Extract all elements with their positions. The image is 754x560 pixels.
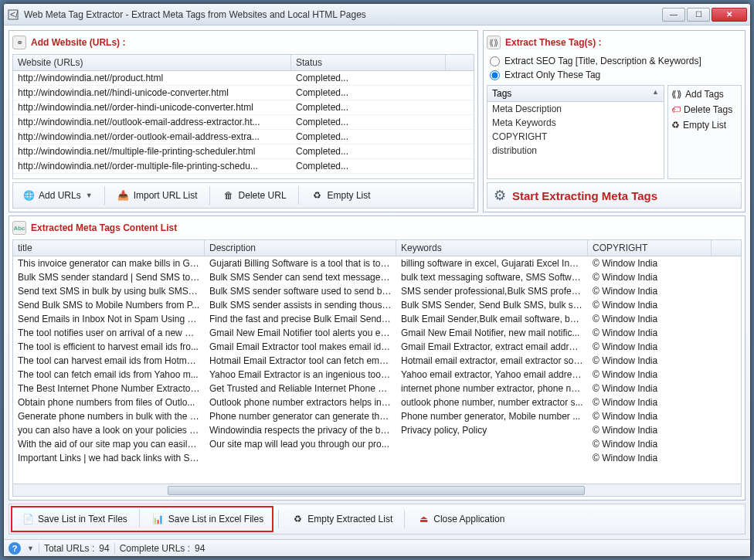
url-row[interactable]: http://windowindia.net//outlook-email-ad… [13, 115, 474, 130]
extract-tags-header: Extract These Tag(s) : [505, 37, 601, 48]
result-row[interactable]: Obtain phone numbers from files of Outlo… [13, 395, 741, 409]
url-row[interactable]: http://windowindia.net//product.htmlComp… [13, 71, 474, 86]
scrollbar-thumb[interactable] [168, 486, 585, 495]
chevron-down-icon: ▼ [86, 192, 93, 199]
result-row[interactable]: The Best Internet Phone Number Extractor… [13, 382, 741, 395]
col-url[interactable]: Website (URLs) [13, 55, 291, 70]
add-urls-header: Add Website (URLs) : [31, 37, 125, 48]
result-row[interactable]: Important Links | we had back links with… [13, 451, 741, 465]
add-urls-button[interactable]: 🌐Add URLs▼ [15, 185, 100, 205]
total-urls-label: Total URLs : [44, 543, 94, 554]
col-status[interactable]: Status [291, 55, 446, 70]
result-row[interactable]: With the aid of our site map you can eas… [13, 437, 741, 451]
chevron-up-icon[interactable]: ▲ [652, 88, 659, 99]
save-highlight-box: 📄Save List in Text Files 📊Save List in E… [11, 506, 273, 532]
help-icon[interactable]: ? [8, 542, 21, 555]
tag-item[interactable]: Meta Description [487, 102, 664, 116]
tags-list[interactable]: Tags▲ Meta DescriptionMeta KeywordsCOPYR… [487, 85, 664, 179]
status-bar: ? ▼ Total URLs : 94 Complete URLs : 94 [4, 539, 750, 556]
bottom-toolbar: 📄Save List in Text Files 📊Save List in E… [8, 504, 746, 535]
save-text-button[interactable]: 📄Save List in Text Files [14, 509, 134, 529]
col-description[interactable]: Description [205, 240, 396, 256]
app-window: </> Web Meta Tag Extractor - Extract Met… [3, 3, 751, 557]
tag-item[interactable]: Meta Keywords [487, 116, 664, 130]
import-url-list-button[interactable]: 📥Import URL List [110, 185, 205, 205]
chevron-down-icon[interactable]: ▼ [27, 545, 34, 552]
add-tag-icon: ⟪⟫ [671, 89, 682, 100]
url-row[interactable]: http://windowindia.net//order-outlook-em… [13, 130, 474, 144]
col-title[interactable]: title [13, 240, 205, 256]
add-tags-button[interactable]: ⟪⟫Add Tags [671, 89, 738, 100]
tag-item[interactable]: COPYRIGHT [487, 130, 664, 144]
svg-text:</>: </> [10, 9, 19, 20]
urls-toolbar: 🌐Add URLs▼ 📥Import URL List 🗑Delete URL … [12, 182, 474, 209]
link-icon: ⚭ [12, 36, 26, 49]
recycle-icon: ♻ [290, 512, 304, 526]
result-row[interactable]: you can also have a look on your policie… [13, 423, 741, 437]
result-row[interactable]: Send Emails in Inbox Not in Spam Using B… [13, 312, 741, 326]
globe-icon: 🌐 [22, 188, 36, 202]
delete-url-button[interactable]: 🗑Delete URL [215, 185, 294, 205]
results-grid[interactable]: title Description Keywords COPYRIGHT Thi… [12, 239, 742, 497]
col-copyright[interactable]: COPYRIGHT [588, 240, 712, 256]
import-icon: 📥 [117, 188, 131, 202]
url-row[interactable]: http://windowindia.net//order-hindi-unic… [13, 100, 474, 115]
start-extracting-button[interactable]: ⚙ Start Extracting Meta Tags [487, 182, 742, 209]
abc-icon: Abc [12, 221, 26, 235]
empty-list-button[interactable]: ♻Empty List [304, 185, 378, 205]
titlebar[interactable]: </> Web Meta Tag Extractor - Extract Met… [4, 4, 750, 25]
url-row[interactable]: http://windowindia.net//order-multiple-f… [13, 159, 474, 174]
app-icon: </> [7, 8, 19, 21]
empty-tags-button[interactable]: ♻Empty List [671, 120, 738, 131]
recycle-icon: ♻ [311, 188, 324, 202]
close-app-button[interactable]: ⏏Close Application [409, 509, 511, 529]
save-excel-icon: 📊 [151, 512, 165, 526]
urls-grid[interactable]: Website (URLs) Status http://windowindia… [12, 54, 474, 179]
close-button[interactable]: ✕ [712, 8, 747, 22]
result-row[interactable]: The tool is efficient to harvest email i… [13, 340, 741, 354]
delete-tags-button[interactable]: 🏷Delete Tags [671, 104, 738, 115]
horizontal-scrollbar[interactable] [13, 484, 741, 496]
result-row[interactable]: The tool can fetch email ids from Yahoo … [13, 368, 741, 382]
result-row[interactable]: Generate phone numbers in bulk with the … [13, 409, 741, 423]
maximize-button[interactable]: ☐ [687, 8, 710, 22]
results-header: Extracted Meta Tags Content List [31, 222, 177, 233]
window-title: Web Meta Tag Extractor - Extract Meta Ta… [24, 9, 662, 20]
complete-urls-label: Complete URLs : [120, 543, 190, 554]
url-row[interactable]: http://windowindia.net//hindi-unicode-co… [13, 86, 474, 100]
radio-seo-tags[interactable]: Extract SEO Tag [Title, Description & Ke… [487, 54, 742, 68]
complete-urls-value: 94 [195, 543, 205, 554]
add-urls-panel: ⚭ Add Website (URLs) : Website (URLs) St… [8, 30, 478, 212]
result-row[interactable]: This invoice generator can make bills in… [13, 256, 741, 270]
url-row[interactable]: http://windowindia.net//multiple-file-pr… [13, 144, 474, 159]
exit-icon: ⏏ [416, 512, 430, 526]
tags-col-header[interactable]: Tags [492, 88, 511, 99]
total-urls-value: 94 [99, 543, 109, 554]
delete-icon: 🗑 [222, 188, 236, 202]
tags-buttons: ⟪⟫Add Tags 🏷Delete Tags ♻Empty List [667, 85, 742, 179]
tags-icon: ⟪⟫ [487, 36, 501, 49]
extract-tags-panel: ⟪⟫ Extract These Tag(s) : Extract SEO Ta… [483, 30, 746, 212]
result-row[interactable]: The tool can harvest email ids from Hotm… [13, 354, 741, 368]
result-row[interactable]: Bulk SMS sender standard | Send SMS to m… [13, 270, 741, 284]
minimize-button[interactable]: — [662, 8, 685, 22]
recycle-icon: ♻ [671, 120, 680, 131]
delete-tag-icon: 🏷 [671, 104, 681, 115]
gear-icon: ⚙ [494, 187, 506, 204]
results-panel: Abc Extracted Meta Tags Content List tit… [8, 216, 746, 501]
col-keywords[interactable]: Keywords [396, 240, 588, 256]
result-row[interactable]: Send Bulk SMS to Mobile Numbers from P..… [13, 298, 741, 312]
tag-item[interactable]: distribution [487, 144, 664, 158]
result-row[interactable]: Send text SMS in bulk by using bulk SMS … [13, 284, 741, 298]
result-row[interactable]: The tool notifies user on arrival of a n… [13, 326, 741, 340]
radio-only-these[interactable]: Extract Only These Tag [487, 68, 742, 82]
save-text-icon: 📄 [21, 512, 35, 526]
save-excel-button[interactable]: 📊Save List in Excel Files [144, 509, 270, 529]
empty-extracted-button[interactable]: ♻Empty Extracted List [284, 509, 399, 529]
